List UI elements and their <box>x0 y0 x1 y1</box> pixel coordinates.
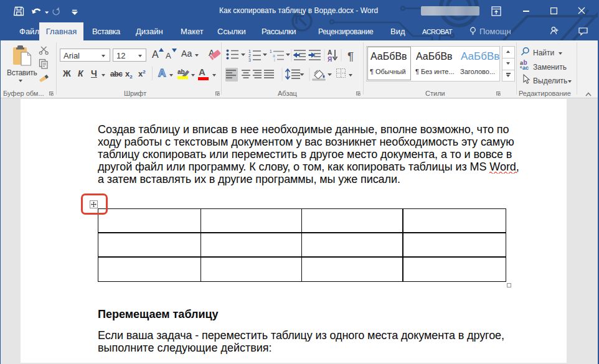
svg-text:¶: ¶ <box>347 50 354 63</box>
svg-text:a: a <box>273 54 275 58</box>
svg-text:ac: ac <box>522 65 529 70</box>
svg-text:А: А <box>328 49 332 56</box>
svg-text:3: 3 <box>248 58 251 62</box>
svg-text:2: 2 <box>248 54 251 58</box>
svg-text:ab: ab <box>177 68 185 75</box>
svg-text:i: i <box>274 58 275 62</box>
svg-text:1: 1 <box>248 49 251 54</box>
svg-text:Я: Я <box>328 56 332 63</box>
svg-text:1: 1 <box>270 49 272 54</box>
